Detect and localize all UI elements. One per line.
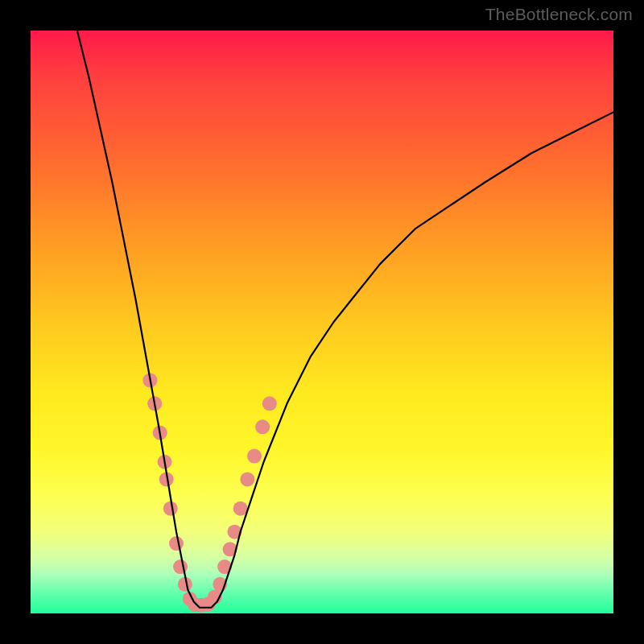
- sample-dot: [247, 449, 262, 464]
- sample-dot: [163, 502, 178, 516]
- sample-dot: [262, 396, 277, 411]
- sample-dot: [173, 559, 188, 574]
- sample-dots: [142, 373, 276, 612]
- sample-dot: [255, 419, 270, 434]
- watermark-text: TheBottleneck.com: [485, 5, 633, 24]
- sample-dot: [169, 536, 184, 551]
- sample-dot: [233, 502, 248, 516]
- chart-frame: TheBottleneck.com: [0, 0, 644, 644]
- bottleneck-curve: [77, 31, 613, 608]
- curve-layer: [31, 31, 613, 613]
- sample-dot: [240, 472, 254, 486]
- plot-area: [31, 31, 613, 613]
